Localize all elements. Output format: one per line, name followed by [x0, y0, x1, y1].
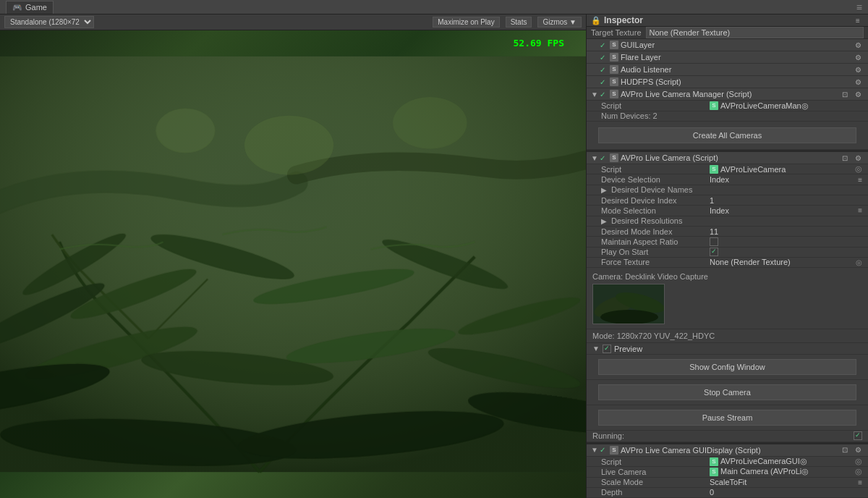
- camera-thumbnail-svg: [593, 284, 665, 324]
- maintain-aspect-ratio-checkbox[interactable]: [710, 237, 718, 246]
- resolution-select[interactable]: Standalone (1280×72: [4, 16, 94, 28]
- pause-stream-button[interactable]: Pause Stream: [598, 410, 856, 426]
- stop-camera-button[interactable]: Stop Camera: [598, 384, 856, 400]
- depth-value: 0: [710, 488, 862, 497]
- desired-resolutions-prop: ▶ Desired Resolutions: [587, 216, 868, 227]
- desired-device-names-expand-icon[interactable]: ▶: [601, 186, 610, 194]
- game-icon: 🎮: [12, 3, 22, 12]
- force-texture-value: None (Render Texture): [710, 258, 856, 266]
- avpro-manager-expand-icon[interactable]: ▼: [591, 90, 600, 98]
- desired-device-names-label: Desired Device Names: [611, 185, 720, 194]
- mode-selection-dropdown-icon[interactable]: ≡: [858, 206, 862, 214]
- guilayer-actions: ⚙: [852, 39, 864, 51]
- audiolistener-checkbox[interactable]: ✓: [600, 66, 608, 74]
- target-texture-value: None (Render Texture): [646, 27, 864, 38]
- live-camera-label: Live Camera: [601, 468, 710, 476]
- live-camera-file-icon: S: [710, 468, 718, 476]
- maintain-aspect-ratio-prop: Maintain Aspect Ratio: [587, 237, 868, 247]
- avpro-camera-expand-icon[interactable]: ▼: [591, 154, 600, 162]
- create-all-cameras-button[interactable]: Create All Cameras: [598, 127, 856, 143]
- force-texture-prop: Force Texture None (Render Texture) ◎: [587, 258, 868, 268]
- hudfps-settings-icon[interactable]: ⚙: [852, 76, 864, 88]
- game-toolbar: Standalone (1280×72 Maximize on Play Sta…: [0, 14, 586, 30]
- avpro-camera-name: AVPro Live Camera (Script): [621, 153, 839, 162]
- audiolistener-settings-icon[interactable]: ⚙: [852, 64, 864, 75]
- force-texture-dot-icon: ◎: [856, 258, 862, 266]
- camera-script-name: AVProLiveCamera: [720, 165, 786, 174]
- num-devices-label: Num Devices: 2: [601, 111, 710, 120]
- preview-expand-icon[interactable]: ▼: [592, 345, 601, 353]
- depth-prop: Depth 0: [587, 488, 868, 498]
- guilayer-settings-icon[interactable]: ⚙: [852, 39, 864, 51]
- desired-device-index-label: Desired Device Index: [601, 196, 710, 205]
- avpro-guidisplay-settings-icon[interactable]: ⚙: [852, 444, 864, 456]
- inspector-title: Inspector: [604, 15, 852, 25]
- avpro-camera-settings-icon[interactable]: ⚙: [852, 152, 864, 164]
- component-row-hudfps[interactable]: ✓ S HUDFPS (Script) ⚙: [587, 76, 868, 88]
- camera-script-prop: Script S AVProLiveCamera ◎: [587, 164, 868, 174]
- camera-script-dot-icon: ◎: [855, 164, 862, 174]
- desired-device-index-value: 1: [710, 196, 862, 205]
- stats-button[interactable]: Stats: [506, 17, 532, 28]
- show-config-button[interactable]: Show Config Window: [598, 359, 856, 375]
- flarelayer-checkbox[interactable]: ✓: [600, 54, 608, 62]
- component-row-audiolistener[interactable]: ✓ S Audio Listener ⚙: [587, 64, 868, 76]
- guilayer-checkbox[interactable]: ✓: [600, 41, 608, 49]
- desired-mode-index-label: Desired Mode Index: [601, 227, 710, 236]
- avpro-manager-checkbox[interactable]: ✓: [600, 90, 608, 98]
- component-row-avpro-guidisplay[interactable]: ▼ ✓ S AVPro Live Camera GUIDisplay (Scri…: [587, 444, 868, 457]
- scale-mode-dropdown-icon[interactable]: ≡: [858, 478, 862, 486]
- desired-resolutions-expand-icon[interactable]: ▶: [601, 217, 610, 225]
- window-menu-icon[interactable]: ≡: [856, 1, 862, 13]
- camera-preview-section: Camera: Decklink Video Capture: [587, 268, 868, 329]
- avpro-manager-script-icon: S: [610, 90, 618, 98]
- component-row-avpro-manager[interactable]: ▼ ✓ S AVPro Live Camera Manager (Script)…: [587, 88, 868, 101]
- manager-script-file-icon: S: [710, 101, 718, 110]
- content-area: Standalone (1280×72 Maximize on Play Sta…: [0, 14, 868, 498]
- avpro-manager-copy-icon[interactable]: ⊡: [839, 88, 851, 100]
- game-tab[interactable]: 🎮 Game: [6, 1, 54, 14]
- game-viewport: 52.69 FPS: [0, 30, 586, 498]
- camera-script-value: S AVProLiveCamera ◎: [710, 164, 862, 174]
- svg-point-19: [393, 97, 467, 149]
- gizmos-button[interactable]: Gizmos ▼: [537, 17, 582, 28]
- live-camera-dot-icon: ◎: [855, 467, 862, 476]
- guidisplay-script-label: Script: [601, 457, 710, 466]
- audiolistener-actions: ⚙: [852, 64, 864, 75]
- avpro-guidisplay-checkbox[interactable]: ✓: [600, 446, 608, 454]
- desired-resolutions-label: Desired Resolutions: [611, 216, 720, 225]
- play-on-start-checkbox[interactable]: [710, 248, 718, 256]
- preview-label: Preview: [614, 345, 642, 353]
- avpro-camera-copy-icon[interactable]: ⊡: [839, 152, 851, 164]
- manager-script-value: S AVProLiveCameraMan◎: [710, 101, 862, 111]
- avpro-manager-settings-icon[interactable]: ⚙: [852, 88, 864, 100]
- scale-mode-prop: Scale Mode ScaleToFit ≡: [587, 478, 868, 488]
- camera-script-file-icon: S: [710, 165, 718, 174]
- component-row-guilayer[interactable]: ✓ S GUILayer ⚙: [587, 39, 868, 51]
- avpro-manager-name: AVPro Live Camera Manager (Script): [621, 90, 839, 98]
- running-checkbox: [854, 431, 862, 440]
- hudfps-checkbox[interactable]: ✓: [600, 78, 608, 86]
- avpro-guidisplay-expand-icon[interactable]: ▼: [591, 446, 600, 454]
- target-texture-label: Target Texture: [591, 28, 642, 37]
- desired-device-names-prop: ▶ Desired Device Names: [587, 185, 868, 195]
- preview-checkbox[interactable]: [603, 345, 611, 353]
- mode-selection-label: Mode Selection: [601, 206, 710, 215]
- component-row-avpro-camera[interactable]: ▼ ✓ S AVPro Live Camera (Script) ⊡ ⚙: [587, 152, 868, 164]
- maximize-on-play-button[interactable]: Maximize on Play: [433, 17, 499, 28]
- mode-row: Mode: 1280x720 YUV_422_HDYC: [587, 329, 868, 343]
- maintain-aspect-ratio-label: Maintain Aspect Ratio: [601, 237, 710, 246]
- guidisplay-script-value: S AVProLiveCameraGUI◎ ◎: [710, 457, 862, 466]
- device-selection-dropdown-icon[interactable]: ≡: [858, 176, 862, 184]
- manager-script-prop: Script S AVProLiveCameraMan◎: [587, 101, 868, 111]
- manager-script-label: Script: [601, 101, 710, 110]
- preview-row: ▼ Preview: [587, 343, 868, 355]
- component-row-flarelayer[interactable]: ✓ S Flare Layer ⚙: [587, 51, 868, 64]
- avpro-camera-checkbox[interactable]: ✓: [600, 154, 608, 162]
- avpro-camera-script-icon: S: [610, 153, 618, 162]
- inspector-menu-icon[interactable]: ≡: [852, 14, 864, 26]
- flarelayer-settings-icon[interactable]: ⚙: [852, 51, 864, 63]
- play-on-start-prop: Play On Start: [587, 248, 868, 258]
- camera-thumbnail: [592, 284, 665, 324]
- avpro-guidisplay-copy-icon[interactable]: ⊡: [839, 444, 851, 456]
